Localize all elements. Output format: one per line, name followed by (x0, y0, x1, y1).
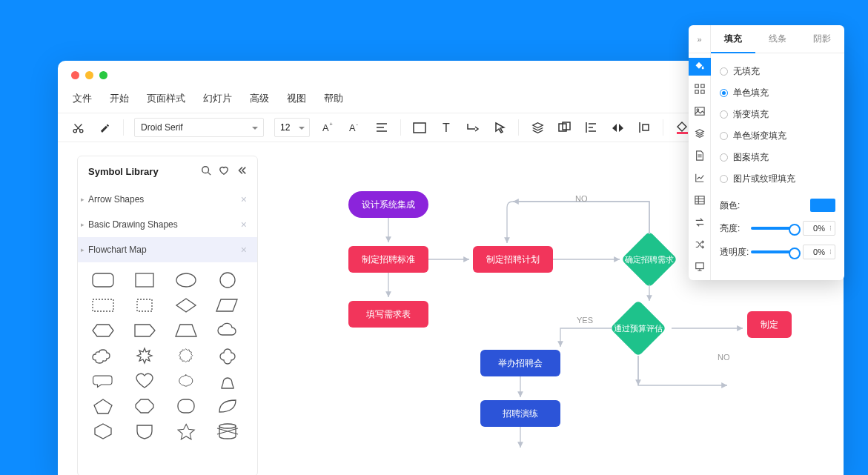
shape-octagon[interactable] (133, 397, 156, 415)
menu-slides[interactable]: 幻灯片 (203, 93, 232, 105)
search-icon[interactable] (201, 165, 211, 178)
shape-apple[interactable] (174, 372, 198, 390)
menu-help[interactable]: 帮助 (324, 93, 343, 105)
shape-leaf[interactable] (216, 397, 239, 415)
close-icon[interactable]: × (241, 244, 247, 256)
shape-thought[interactable] (91, 347, 115, 365)
cut-icon[interactable] (70, 119, 86, 136)
fill-color-icon[interactable] (674, 119, 690, 136)
image-tool-icon[interactable] (689, 102, 711, 120)
opacity-slider[interactable] (751, 250, 797, 253)
font-increase-icon[interactable]: A+ (320, 119, 337, 136)
shape-cylinder[interactable] (216, 422, 239, 440)
category-basic-shapes[interactable]: Basic Drawing Shapes× (78, 212, 257, 237)
close-window-button[interactable] (71, 71, 79, 79)
shape-seal[interactable] (174, 347, 198, 365)
align-left-icon[interactable] (583, 119, 599, 136)
flow-node[interactable]: 招聘演练 (480, 400, 560, 427)
shape-pentagon-h[interactable] (133, 322, 156, 339)
flow-decision[interactable]: 通过预算评估 (610, 300, 666, 356)
text-tool-icon[interactable]: T (438, 119, 454, 136)
flow-node[interactable]: 举办招聘会 (480, 350, 560, 376)
brightness-slider[interactable] (751, 227, 797, 230)
flow-node[interactable]: 制定招聘计划 (473, 246, 553, 273)
flow-node[interactable]: 制定招聘标准 (348, 246, 428, 273)
opacity-value[interactable]: 0% (803, 245, 835, 259)
swap-tool-icon[interactable] (689, 213, 711, 231)
shape-rounded-rect[interactable] (91, 271, 115, 289)
menu-start[interactable]: 开始 (110, 93, 129, 105)
shape-speech[interactable] (91, 372, 115, 390)
shape-parallelogram[interactable] (216, 296, 239, 314)
shape-round-square[interactable] (174, 397, 198, 415)
grid-tool-icon[interactable] (689, 80, 711, 98)
shape-trapezoid[interactable] (174, 322, 198, 339)
svg-point-19 (219, 424, 236, 428)
pointer-tool-icon[interactable] (491, 119, 508, 136)
align-icon[interactable] (374, 119, 390, 136)
shape-flower[interactable] (216, 347, 239, 365)
shape-hex2[interactable] (91, 422, 115, 440)
flow-node[interactable]: 填写需求表 (348, 301, 428, 328)
font-decrease-icon[interactable]: A- (347, 119, 363, 136)
font-family-select[interactable]: Droid Serif (134, 118, 264, 137)
fill-option-pattern[interactable]: 图案填充 (720, 147, 835, 168)
flip-icon[interactable] (609, 119, 626, 136)
layer-tool-icon[interactable] (689, 124, 711, 142)
menu-view[interactable]: 视图 (287, 93, 306, 105)
collapse-icon[interactable] (236, 165, 247, 178)
format-painter-icon[interactable] (96, 119, 113, 136)
shape-head[interactable] (216, 372, 239, 390)
menu-file[interactable]: 文件 (73, 93, 92, 105)
category-flowchart[interactable]: Flowchart Map× (78, 237, 257, 262)
svg-rect-22 (695, 90, 698, 93)
fill-option-gradient[interactable]: 渐变填充 (720, 104, 835, 125)
presentation-tool-icon[interactable] (689, 258, 711, 276)
tab-fill[interactable]: 填充 (711, 25, 755, 53)
shape-star[interactable] (174, 422, 198, 440)
fill-option-none[interactable]: 无填充 (720, 61, 835, 82)
chart-tool-icon[interactable] (689, 169, 711, 187)
close-icon[interactable]: × (241, 193, 247, 205)
brightness-value[interactable]: 0% (803, 221, 835, 236)
shape-rect[interactable] (133, 271, 156, 289)
fill-option-solid-gradient[interactable]: 单色渐变填充 (720, 125, 835, 147)
shape-cloud[interactable] (216, 322, 239, 339)
shape-shield[interactable] (133, 422, 156, 440)
fill-option-image[interactable]: 图片或纹理填充 (720, 168, 835, 190)
shape-circle[interactable] (216, 271, 239, 289)
category-arrow-shapes[interactable]: Arrow Shapes× (78, 187, 257, 212)
rectangle-tool-icon[interactable] (411, 119, 428, 136)
shape-hexagon[interactable] (91, 322, 115, 339)
flow-decision[interactable]: 确定招聘需求 (621, 231, 677, 288)
group-icon[interactable] (556, 119, 572, 136)
font-size-select[interactable]: 12 (274, 118, 310, 137)
layers-icon[interactable] (529, 119, 546, 136)
shape-pentagon[interactable] (91, 397, 115, 415)
fill-tool-icon[interactable] (689, 58, 711, 76)
minimize-window-button[interactable] (85, 71, 93, 79)
shape-burst[interactable] (133, 347, 156, 365)
shape-heart[interactable] (133, 372, 156, 390)
shape-dashed-square[interactable] (133, 296, 156, 314)
close-icon[interactable]: × (241, 219, 247, 230)
maximize-window-button[interactable] (99, 71, 107, 79)
color-swatch[interactable] (810, 199, 835, 212)
tab-shadow[interactable]: 阴影 (800, 25, 844, 53)
tab-line[interactable]: 线条 (755, 25, 800, 53)
favorite-icon[interactable] (219, 165, 229, 178)
menu-page-style[interactable]: 页面样式 (147, 93, 185, 105)
shape-ellipse[interactable] (174, 271, 198, 289)
flow-node-start[interactable]: 设计系统集成 (348, 191, 428, 218)
connector-tool-icon[interactable] (465, 119, 481, 136)
fill-option-solid[interactable]: 单色填充 (720, 82, 835, 104)
collapse-props-icon[interactable]: » (689, 25, 711, 53)
table-tool-icon[interactable] (689, 191, 711, 209)
shuffle-tool-icon[interactable] (689, 236, 711, 253)
distribute-icon[interactable] (636, 119, 652, 136)
menu-advanced[interactable]: 高级 (250, 93, 269, 105)
shape-dashed-rect[interactable] (91, 296, 115, 314)
shape-diamond[interactable] (174, 296, 198, 314)
document-tool-icon[interactable] (689, 147, 711, 165)
flow-node[interactable]: 制定 (747, 311, 792, 338)
